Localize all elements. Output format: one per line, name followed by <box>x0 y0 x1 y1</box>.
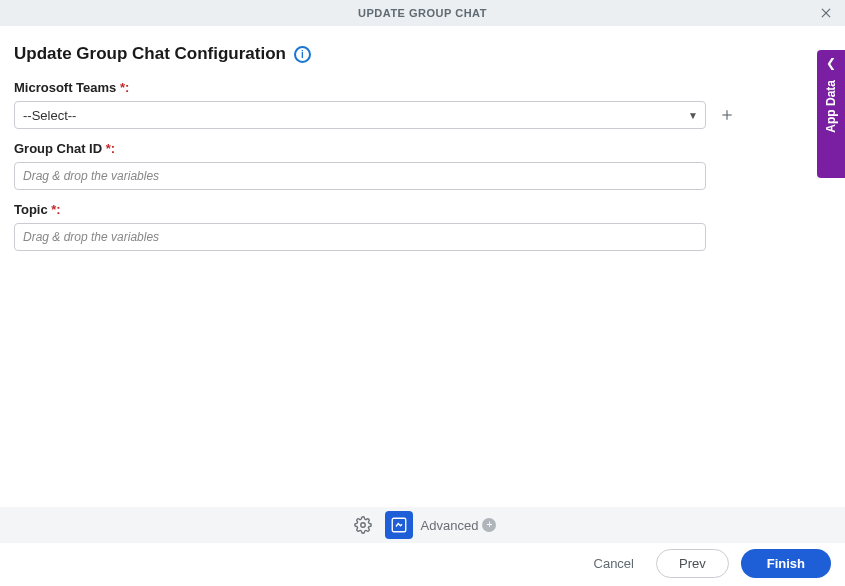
plus-icon <box>720 108 734 122</box>
dialog-body: Update Group Chat Configuration i Micros… <box>0 26 845 251</box>
config-tab-button[interactable] <box>385 511 413 539</box>
field-topic: Topic *: <box>14 202 831 251</box>
input-group-chat-id[interactable] <box>14 162 706 190</box>
select-microsoft-teams[interactable]: --Select-- <box>14 101 706 129</box>
label-microsoft-teams: Microsoft Teams *: <box>14 80 831 95</box>
page-heading-row: Update Group Chat Configuration i <box>14 44 831 64</box>
close-icon <box>819 6 833 20</box>
settings-button[interactable] <box>349 511 377 539</box>
prev-button[interactable]: Prev <box>656 549 729 578</box>
close-button[interactable] <box>813 0 839 26</box>
input-topic[interactable] <box>14 223 706 251</box>
row-microsoft-teams: --Select-- ▼ <box>14 101 831 129</box>
dialog-footer: Cancel Prev Finish <box>14 543 831 583</box>
advanced-toolbar: Advanced + <box>0 507 845 543</box>
info-icon[interactable]: i <box>294 46 311 63</box>
advanced-toggle[interactable]: Advanced + <box>421 518 497 533</box>
dialog-title: UPDATE GROUP CHAT <box>358 7 487 19</box>
select-microsoft-teams-wrap: --Select-- ▼ <box>14 101 706 129</box>
page-title: Update Group Chat Configuration <box>14 44 286 64</box>
field-microsoft-teams: Microsoft Teams *: --Select-- ▼ <box>14 80 831 129</box>
config-icon <box>390 516 408 534</box>
label-group-chat-id: Group Chat ID *: <box>14 141 831 156</box>
app-data-panel-toggle[interactable]: ❮ App Data <box>817 50 845 178</box>
finish-button[interactable]: Finish <box>741 549 831 578</box>
svg-point-4 <box>360 523 365 528</box>
gear-icon <box>354 516 372 534</box>
advanced-text: Advanced <box>421 518 479 533</box>
chevron-left-icon: ❮ <box>826 56 836 70</box>
cancel-button[interactable]: Cancel <box>584 550 644 577</box>
app-data-label: App Data <box>824 80 838 133</box>
add-connection-button[interactable] <box>716 104 738 126</box>
field-group-chat-id: Group Chat ID *: <box>14 141 831 190</box>
label-topic: Topic *: <box>14 202 831 217</box>
select-microsoft-teams-value: --Select-- <box>23 108 76 123</box>
plus-circle-icon: + <box>482 518 496 532</box>
dialog: UPDATE GROUP CHAT Update Group Chat Conf… <box>0 0 845 586</box>
dialog-header: UPDATE GROUP CHAT <box>0 0 845 26</box>
